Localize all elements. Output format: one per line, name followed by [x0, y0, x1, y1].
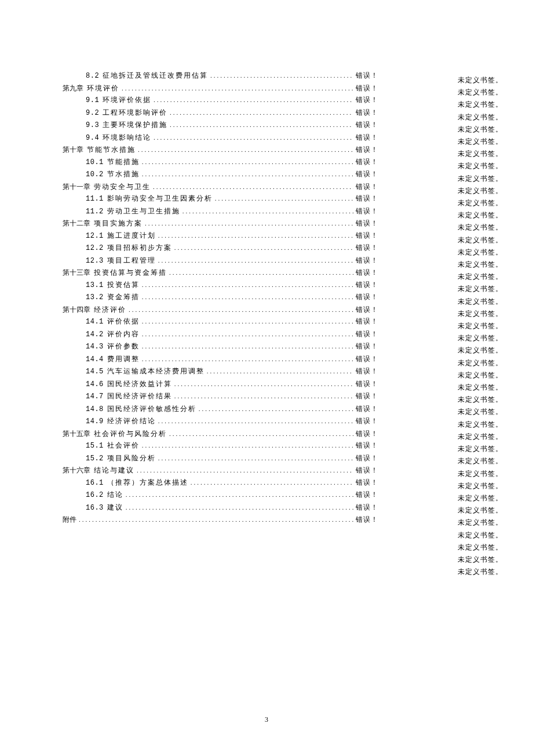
- toc-title: 资金筹措: [107, 291, 140, 303]
- bookmark-error-text: 未定义书签。: [458, 480, 504, 492]
- toc-number: 13.1: [86, 279, 104, 292]
- bookmark-error-text: 未定义书签。: [458, 431, 504, 443]
- toc-entry: 附件错误！: [63, 514, 378, 526]
- toc-number: 16.1: [86, 477, 104, 489]
- bookmark-error-text: 未定义书签。: [458, 529, 504, 541]
- toc-title: 项目风险分析: [107, 452, 156, 464]
- toc-title: 环境影响结论: [103, 132, 151, 144]
- bookmark-error-text: 未定义书签。: [458, 381, 504, 394]
- toc-number: 12.1: [86, 230, 104, 242]
- toc-entry: 16.1（推荐）方案总体描述错误！: [63, 477, 378, 489]
- bookmark-error-text: 未定义书签。: [458, 504, 504, 517]
- toc-leader-dots: [126, 501, 353, 514]
- toc-entry: 16.2结论错误！: [63, 489, 378, 501]
- toc-title: 征地拆迁及管线迁改费用估算: [103, 70, 208, 82]
- bookmark-error-text: 未定义书签。: [458, 419, 504, 431]
- toc-leader-dots: [154, 132, 353, 144]
- toc-leader-dots: [170, 107, 353, 119]
- toc-entry: 第十三章投资估算与资金筹措错误！: [63, 267, 378, 279]
- toc-entry: 9.1环境评价依据错误！: [63, 94, 378, 107]
- toc-error-suffix: 错误！: [356, 107, 378, 119]
- toc-error-suffix: 错误！: [356, 390, 378, 402]
- toc-title: 项目工程管理: [107, 255, 156, 267]
- toc-number: 14.4: [86, 354, 104, 366]
- toc-number: 10.1: [86, 157, 104, 169]
- toc-number: 第十二章: [63, 217, 90, 230]
- toc-error-suffix: 错误！: [356, 291, 378, 303]
- toc-number: 第十六章: [63, 464, 90, 477]
- toc-number: 12.3: [86, 255, 104, 267]
- toc-title: 投资估算与资金筹措: [94, 267, 167, 279]
- toc-leader-dots: [170, 119, 353, 131]
- toc-title: 社会评价: [107, 439, 140, 452]
- toc-entry: 9.3主要环境保护措施错误！: [63, 119, 378, 132]
- toc-title: 工程环境影响评价: [103, 107, 167, 119]
- toc-entry: 15.2项目风险分析错误！: [63, 452, 378, 465]
- toc-title: 施工进度计划: [107, 230, 156, 242]
- toc-title: 社会评价与风险分析: [94, 428, 167, 440]
- toc-container: 8.2征地拆迁及管线迁改费用估算错误！第九章环境评价错误！9.1环境评价依据错误…: [63, 70, 378, 526]
- toc-title: （推荐）方案总体描述: [107, 477, 188, 489]
- toc-title: 建议: [107, 501, 123, 514]
- toc-title: 劳动卫生与卫生措施: [107, 205, 180, 217]
- bookmark-error-text: 未定义书签。: [458, 246, 504, 259]
- toc-title: 项目招标初步方案: [107, 242, 172, 254]
- toc-number: 16.3: [86, 502, 104, 514]
- toc-error-suffix: 错误！: [356, 205, 378, 217]
- toc-entry: 11.1影响劳动安全与卫生因素分析错误！: [63, 192, 378, 205]
- toc-leader-dots: [138, 144, 353, 156]
- toc-error-suffix: 错误！: [356, 514, 378, 526]
- bookmark-error-text: 未定义书签。: [458, 160, 504, 172]
- bookmark-error-text: 未定义书签。: [458, 99, 504, 111]
- toc-error-suffix: 错误！: [356, 217, 378, 230]
- toc-leader-dots: [158, 230, 353, 242]
- toc-leader-dots: [142, 340, 353, 352]
- bookmark-error-text: 未定义书签。: [458, 173, 504, 185]
- toc-error-suffix: 错误！: [356, 156, 378, 168]
- toc-leader-dots: [154, 94, 353, 106]
- bookmark-error-text: 未定义书签。: [458, 344, 504, 357]
- toc-title: 结论: [107, 489, 123, 501]
- toc-leader-dots: [174, 242, 353, 254]
- toc-entry: 12.3项目工程管理错误！: [63, 255, 378, 267]
- toc-entry: 第十四章经济评价错误！: [63, 304, 378, 316]
- toc-leader-dots: [142, 315, 353, 328]
- toc-title: 经济评价: [94, 304, 126, 316]
- toc-number: 第十五章: [63, 428, 90, 440]
- toc-leader-dots: [158, 255, 353, 267]
- toc-error-suffix: 错误！: [356, 192, 378, 205]
- toc-leader-dots: [122, 82, 353, 94]
- bookmark-error-text: 未定义书签。: [458, 406, 504, 418]
- toc-error-suffix: 错误！: [356, 328, 378, 340]
- toc-number: 14.2: [86, 329, 104, 341]
- toc-leader-dots: [142, 168, 353, 180]
- toc-entry: 14.3评价参数错误！: [63, 340, 378, 353]
- toc-error-suffix: 错误！: [356, 477, 378, 489]
- toc-number: 15.1: [86, 440, 104, 452]
- toc-error-suffix: 错误！: [356, 181, 378, 193]
- toc-error-suffix: 错误！: [356, 365, 378, 377]
- bookmark-error-text: 未定义书签。: [458, 259, 504, 271]
- toc-leader-dots: [129, 304, 353, 316]
- toc-error-suffix: 错误！: [356, 82, 378, 94]
- toc-number: 第十一章: [63, 181, 90, 193]
- toc-title: 环境评价依据: [103, 94, 151, 106]
- toc-leader-dots: [174, 378, 353, 390]
- toc-title: 节能节水措施: [87, 144, 136, 156]
- toc-entry: 第十二章项目实施方案错误！: [63, 217, 378, 230]
- toc-number: 15.2: [86, 453, 104, 465]
- toc-number: 第十章: [63, 144, 83, 156]
- toc-error-suffix: 错误！: [356, 464, 378, 477]
- toc-leader-dots: [142, 328, 353, 340]
- bookmark-error-text: 未定义书签。: [458, 320, 504, 332]
- toc-error-suffix: 错误！: [356, 428, 378, 440]
- bookmark-error-text: 未定义书签。: [458, 541, 504, 554]
- toc-number: 附件: [63, 514, 76, 526]
- toc-title: 经济评价结论: [107, 415, 156, 427]
- bookmark-error-text: 未定义书签。: [458, 148, 504, 160]
- toc-leader-dots: [137, 464, 353, 477]
- toc-number: 14.9: [86, 416, 104, 428]
- toc-number: 11.1: [86, 193, 104, 205]
- toc-entry: 12.1施工进度计划错误！: [63, 230, 378, 242]
- toc-number: 14.1: [86, 316, 104, 328]
